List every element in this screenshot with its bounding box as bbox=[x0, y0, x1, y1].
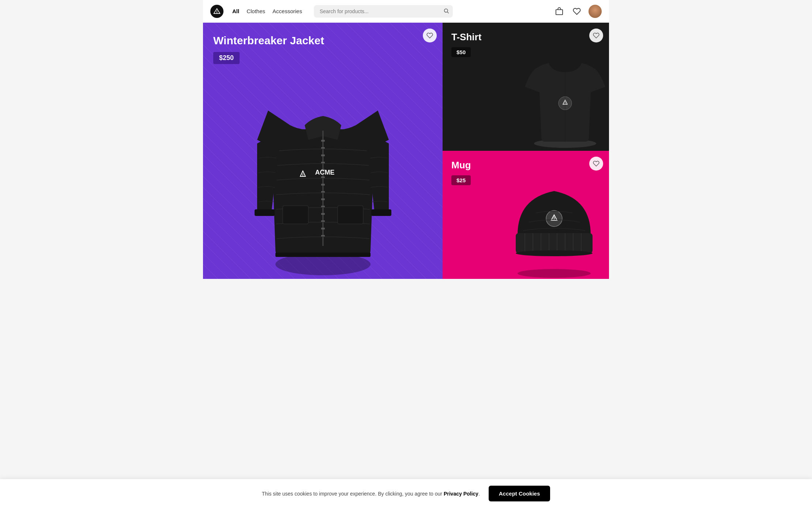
header-actions bbox=[553, 5, 602, 18]
logo-icon bbox=[213, 8, 221, 15]
cart-button[interactable] bbox=[553, 5, 565, 17]
svg-rect-15 bbox=[321, 198, 325, 200]
heart-icon bbox=[593, 32, 599, 39]
wishlist-button[interactable] bbox=[571, 5, 583, 17]
svg-rect-13 bbox=[321, 184, 325, 186]
mug-info: Mug $25 bbox=[451, 160, 471, 185]
nav-all[interactable]: All bbox=[232, 7, 239, 16]
svg-rect-21 bbox=[283, 206, 308, 224]
featured-title: Winterbreaker Jacket bbox=[213, 34, 324, 47]
svg-rect-9 bbox=[321, 154, 325, 156]
tshirt-info: T-Shirt $50 bbox=[451, 31, 481, 57]
nav-accessories[interactable]: Accessories bbox=[272, 7, 302, 16]
mug-title: Mug bbox=[451, 160, 471, 171]
svg-point-46 bbox=[516, 250, 593, 256]
svg-rect-4 bbox=[556, 10, 563, 15]
mug-wishlist-button[interactable] bbox=[589, 157, 603, 171]
search-button[interactable] bbox=[443, 8, 449, 15]
heart-icon bbox=[593, 160, 599, 167]
cart-icon bbox=[555, 7, 563, 15]
svg-rect-18 bbox=[321, 220, 325, 222]
svg-point-2 bbox=[444, 9, 448, 12]
beanie-illustration bbox=[507, 176, 602, 279]
logo-circle bbox=[210, 5, 223, 18]
svg-rect-14 bbox=[321, 191, 325, 193]
mug-price: $25 bbox=[451, 175, 471, 185]
featured-wishlist-button[interactable] bbox=[423, 29, 437, 42]
svg-point-33 bbox=[518, 269, 591, 278]
tshirt-illustration bbox=[518, 39, 609, 149]
svg-rect-27 bbox=[371, 209, 391, 216]
product-grid: Winterbreaker Jacket $250 bbox=[203, 23, 609, 279]
svg-rect-19 bbox=[321, 228, 325, 229]
featured-info: Winterbreaker Jacket $250 bbox=[213, 34, 324, 64]
main-nav: All Clothes Accessories bbox=[232, 7, 302, 16]
featured-product-card[interactable]: Winterbreaker Jacket $250 bbox=[203, 23, 443, 279]
svg-rect-28 bbox=[275, 253, 371, 257]
avatar-image bbox=[589, 5, 602, 18]
svg-text:ACME: ACME bbox=[315, 169, 334, 176]
svg-rect-7 bbox=[321, 140, 325, 142]
svg-line-3 bbox=[447, 12, 449, 13]
featured-price: $250 bbox=[213, 52, 240, 64]
search-input[interactable] bbox=[314, 5, 453, 18]
svg-rect-26 bbox=[255, 209, 275, 216]
tshirt-product-image bbox=[514, 37, 609, 151]
tshirt-product-card[interactable]: T-Shirt $50 bbox=[443, 23, 609, 151]
svg-rect-16 bbox=[321, 206, 325, 208]
nav-clothes[interactable]: Clothes bbox=[247, 7, 265, 16]
jacket-illustration: ACME bbox=[246, 67, 400, 279]
heart-icon bbox=[426, 32, 433, 39]
mug-product-card[interactable]: Mug $25 bbox=[443, 151, 609, 279]
header: All Clothes Accessories bbox=[203, 0, 609, 23]
svg-rect-12 bbox=[321, 176, 325, 178]
logo[interactable] bbox=[210, 5, 223, 18]
svg-rect-17 bbox=[321, 213, 325, 215]
svg-rect-22 bbox=[338, 206, 363, 224]
search-bar bbox=[314, 5, 453, 18]
heart-icon bbox=[573, 7, 581, 15]
svg-rect-20 bbox=[321, 235, 325, 237]
tshirt-wishlist-button[interactable] bbox=[589, 29, 603, 42]
featured-product-image: ACME bbox=[228, 52, 418, 279]
tshirt-price: $50 bbox=[451, 47, 471, 57]
search-icon bbox=[443, 8, 449, 14]
user-avatar[interactable] bbox=[589, 5, 602, 18]
beanie-product-image bbox=[503, 173, 605, 279]
tshirt-title: T-Shirt bbox=[451, 31, 481, 43]
